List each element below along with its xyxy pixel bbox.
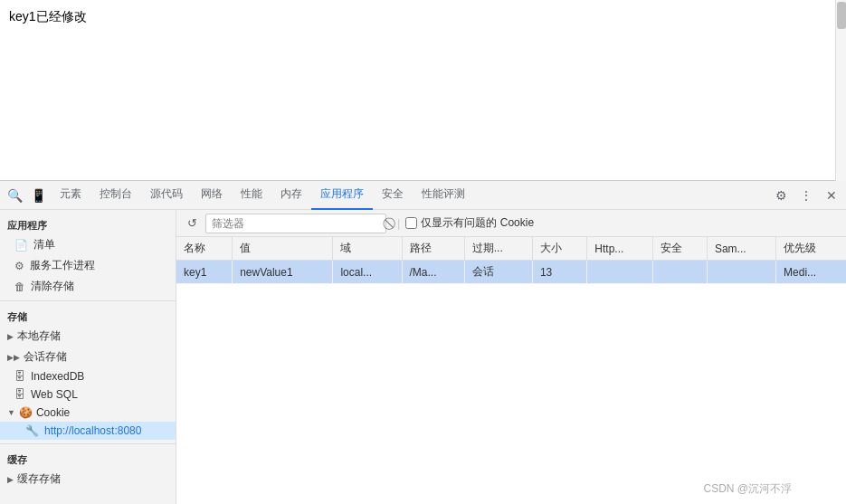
col-priority[interactable]: 优先级 [776, 237, 846, 261]
sidebar-item-clear-storage[interactable]: 🗑 清除存储 [0, 276, 176, 297]
cell-expires-0: 会话 [464, 261, 532, 284]
filter-input[interactable] [205, 214, 386, 233]
cookie-table-body: key1 newValue1 local... /Ma... 会话 13 Med… [176, 261, 846, 284]
devtools-main: ↺ ⃠ | 仅显示有问题的 Cookie 名称 值 域 [176, 210, 846, 504]
cell-secure-0 [652, 261, 707, 284]
sidebar-item-cookie-group[interactable]: ▼ 🍪 Cookie [0, 404, 176, 422]
col-secure[interactable]: 安全 [652, 237, 707, 261]
cookie-table-header: 名称 值 域 路径 过期... 大小 Http... 安全 Sam... 优先级 [176, 237, 846, 261]
col-name[interactable]: 名称 [176, 237, 233, 261]
tab-memory[interactable]: 内存 [271, 181, 311, 210]
devtools-tabs-bar: 🔍 📱 元素 控制台 源代码 网络 性能 内存 应用程序 安全 性能评测 ⚙ ⋮… [0, 181, 846, 210]
sidebar-item-clear-storage-label: 清除存储 [31, 279, 74, 294]
browser-content-text: key1已经修改 [9, 9, 837, 25]
devtools-sidebar: 应用程序 📄 清单 ⚙ 服务工作进程 🗑 清除存储 存储 ▶ 本地存储 ▶▶ [0, 210, 176, 504]
sidebar-item-manifest-label: 清单 [33, 237, 55, 252]
cell-path-0: /Ma... [402, 261, 464, 284]
sidebar-item-indexeddb-label: IndexedDB [31, 370, 84, 383]
storage-section-label: 存储 [0, 305, 176, 326]
tab-security[interactable]: 安全 [373, 181, 413, 210]
col-path[interactable]: 路径 [402, 237, 464, 261]
sidebar-item-cache-storage[interactable]: ▶ 缓存存储 [0, 469, 176, 490]
cookie-row-0[interactable]: key1 newValue1 local... /Ma... 会话 13 Med… [176, 261, 846, 284]
sidebar-item-service-workers-label: 服务工作进程 [30, 258, 95, 273]
scrollbar-thumb[interactable] [837, 2, 846, 29]
cookie-table-header-row: 名称 值 域 路径 过期... 大小 Http... 安全 Sam... 优先级 [176, 237, 846, 261]
sidebar-item-session-storage[interactable]: ▶▶ 会话存储 [0, 347, 176, 367]
cell-http-0 [587, 261, 652, 284]
browser-content-area: key1已经修改 [0, 0, 846, 181]
sidebar-item-manifest[interactable]: 📄 清单 [0, 234, 176, 255]
triangle-icon-cookie: ▼ [7, 408, 15, 417]
cache-section-label: 缓存 [0, 448, 176, 469]
toolbar-separator: | [397, 216, 400, 230]
more-options-icon[interactable]: ⋮ [795, 185, 817, 206]
settings-icon[interactable]: ⚙ [770, 185, 792, 206]
cookie-toolbar: ↺ ⃠ | 仅显示有问题的 Cookie [176, 210, 846, 237]
triangle-icon-local: ▶ [7, 332, 14, 341]
device-mode-icon[interactable]: 📱 [27, 185, 49, 206]
sidebar-item-service-workers[interactable]: ⚙ 服务工作进程 [0, 255, 176, 276]
sidebar-item-localhost[interactable]: 🔧 http://localhost:8080 [0, 422, 176, 440]
app-section-label: 应用程序 [0, 214, 176, 234]
triangle-icon-session: ▶▶ [7, 353, 20, 362]
sidebar-item-websql[interactable]: 🗄 Web SQL [0, 385, 176, 404]
inspect-element-icon[interactable]: 🔍 [4, 185, 25, 206]
sidebar-item-cache-label: 缓存存储 [17, 471, 61, 487]
sidebar-item-websql-label: Web SQL [31, 388, 78, 401]
col-http[interactable]: Http... [587, 237, 652, 261]
cookie-icon: 🍪 [19, 406, 33, 419]
tab-performance-insights[interactable]: 性能评测 [413, 181, 474, 210]
manifest-icon: 📄 [14, 239, 28, 252]
col-samesite[interactable]: Sam... [707, 237, 775, 261]
triangle-icon-cache: ▶ [7, 475, 14, 484]
clear-storage-icon: 🗑 [14, 281, 25, 293]
col-value[interactable]: 值 [233, 237, 333, 261]
localhost-icon: 🔧 [25, 424, 39, 437]
cookie-table-container: 名称 值 域 路径 过期... 大小 Http... 安全 Sam... 优先级 [176, 237, 846, 504]
sidebar-item-cookie-label: Cookie [36, 406, 70, 419]
sidebar-divider-1 [0, 300, 176, 301]
only-problems-label[interactable]: 仅显示有问题的 Cookie [405, 215, 534, 231]
only-problems-checkbox[interactable] [405, 217, 417, 229]
close-devtools-icon[interactable]: ✕ [821, 185, 842, 206]
col-size[interactable]: 大小 [532, 237, 586, 261]
refresh-button[interactable]: ↺ [184, 215, 200, 232]
only-problems-text: 仅显示有问题的 Cookie [421, 215, 534, 231]
tab-performance[interactable]: 性能 [232, 181, 271, 210]
sidebar-item-local-storage-label: 本地存储 [17, 328, 61, 344]
websql-icon: 🗄 [14, 388, 25, 401]
cookie-table: 名称 值 域 路径 过期... 大小 Http... 安全 Sam... 优先级 [176, 237, 846, 284]
tab-network[interactable]: 网络 [192, 181, 232, 210]
devtools-right-icons: ⚙ ⋮ ✕ [770, 185, 842, 206]
sidebar-divider-2 [0, 443, 176, 444]
tab-console[interactable]: 控制台 [90, 181, 141, 210]
service-workers-icon: ⚙ [14, 260, 24, 272]
browser-scrollbar[interactable] [835, 0, 846, 181]
cell-name-0: key1 [176, 261, 233, 284]
cell-samesite-0 [707, 261, 775, 284]
cell-domain-0: local... [333, 261, 402, 284]
cell-priority-0: Medi... [776, 261, 846, 284]
tab-elements[interactable]: 元素 [51, 181, 90, 210]
sidebar-item-indexeddb[interactable]: 🗄 IndexedDB [0, 367, 176, 385]
cell-size-0: 13 [532, 261, 586, 284]
col-expires[interactable]: 过期... [464, 237, 532, 261]
devtools-panel: 🔍 📱 元素 控制台 源代码 网络 性能 内存 应用程序 安全 性能评测 ⚙ ⋮… [0, 181, 846, 504]
indexeddb-icon: 🗄 [14, 370, 25, 383]
tab-sources[interactable]: 源代码 [141, 181, 192, 210]
tab-application[interactable]: 应用程序 [311, 181, 373, 210]
watermark: CSDN @沉河不浮 [703, 481, 792, 497]
sidebar-item-localhost-label: http://localhost:8080 [44, 424, 141, 437]
devtools-body: 应用程序 📄 清单 ⚙ 服务工作进程 🗑 清除存储 存储 ▶ 本地存储 ▶▶ [0, 210, 846, 504]
cell-value-0: newValue1 [233, 261, 333, 284]
col-domain[interactable]: 域 [333, 237, 402, 261]
sidebar-item-local-storage[interactable]: ▶ 本地存储 [0, 326, 176, 347]
sidebar-item-session-storage-label: 会话存储 [24, 349, 67, 365]
